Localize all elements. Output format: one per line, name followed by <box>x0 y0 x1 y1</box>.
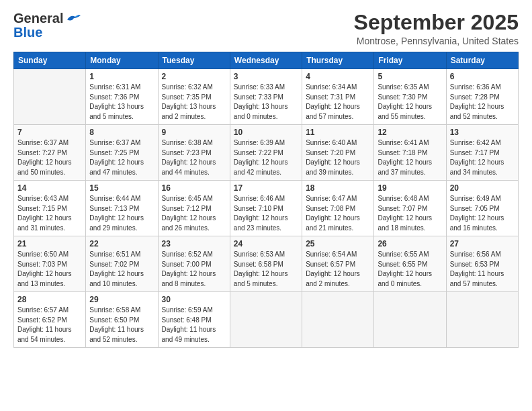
day-number: 25 <box>306 239 370 248</box>
day-info: Sunrise: 6:39 AMSunset: 7:22 PMDaylight:… <box>234 138 298 177</box>
day-number: 22 <box>89 239 154 248</box>
calendar-week-row-1: 1Sunrise: 6:31 AMSunset: 7:36 PMDaylight… <box>14 69 519 125</box>
calendar-cell: 20Sunrise: 6:49 AMSunset: 7:05 PMDayligh… <box>446 181 518 236</box>
day-number: 9 <box>162 128 226 137</box>
day-number: 1 <box>89 72 154 81</box>
col-tuesday: Tuesday <box>158 52 230 69</box>
day-info: Sunrise: 6:34 AMSunset: 7:31 PMDaylight:… <box>306 83 370 122</box>
day-info: Sunrise: 6:32 AMSunset: 7:35 PMDaylight:… <box>162 83 226 122</box>
day-number: 27 <box>450 239 515 248</box>
day-info: Sunrise: 6:46 AMSunset: 7:10 PMDaylight:… <box>234 194 298 233</box>
col-saturday: Saturday <box>446 52 518 69</box>
day-info: Sunrise: 6:42 AMSunset: 7:17 PMDaylight:… <box>450 138 515 177</box>
day-number: 5 <box>378 72 442 81</box>
calendar-week-row-3: 14Sunrise: 6:43 AMSunset: 7:15 PMDayligh… <box>14 181 519 236</box>
day-info: Sunrise: 6:33 AMSunset: 7:33 PMDaylight:… <box>234 83 298 122</box>
calendar-cell: 16Sunrise: 6:45 AMSunset: 7:12 PMDayligh… <box>158 181 230 236</box>
calendar-cell: 6Sunrise: 6:36 AMSunset: 7:28 PMDaylight… <box>446 69 518 125</box>
calendar-cell: 5Sunrise: 6:35 AMSunset: 7:30 PMDaylight… <box>374 69 446 125</box>
day-info: Sunrise: 6:55 AMSunset: 6:55 PMDaylight:… <box>378 250 442 289</box>
day-info: Sunrise: 6:37 AMSunset: 7:25 PMDaylight:… <box>89 138 154 177</box>
day-number: 16 <box>162 183 226 193</box>
calendar-cell: 14Sunrise: 6:43 AMSunset: 7:15 PMDayligh… <box>14 181 86 236</box>
day-number: 20 <box>450 183 515 193</box>
day-info: Sunrise: 6:54 AMSunset: 6:57 PMDaylight:… <box>306 250 370 289</box>
day-info: Sunrise: 6:31 AMSunset: 7:36 PMDaylight:… <box>89 83 154 122</box>
calendar-cell: 12Sunrise: 6:41 AMSunset: 7:18 PMDayligh… <box>374 125 446 181</box>
day-info: Sunrise: 6:38 AMSunset: 7:23 PMDaylight:… <box>162 138 226 177</box>
day-info: Sunrise: 6:48 AMSunset: 7:07 PMDaylight:… <box>378 194 442 233</box>
col-sunday: Sunday <box>14 52 86 69</box>
calendar-cell <box>230 292 302 348</box>
logo-text-general: General <box>13 11 63 26</box>
day-info: Sunrise: 6:40 AMSunset: 7:20 PMDaylight:… <box>306 138 370 177</box>
logo-bird-icon <box>66 13 81 25</box>
day-number: 13 <box>450 128 515 137</box>
col-thursday: Thursday <box>302 52 374 69</box>
calendar-week-row-4: 21Sunrise: 6:50 AMSunset: 7:03 PMDayligh… <box>14 236 519 292</box>
calendar-cell: 3Sunrise: 6:33 AMSunset: 7:33 PMDaylight… <box>230 69 302 125</box>
day-number: 2 <box>162 72 226 81</box>
day-number: 30 <box>162 295 226 304</box>
col-monday: Monday <box>86 52 158 69</box>
day-number: 8 <box>89 128 154 137</box>
day-number: 24 <box>234 239 298 248</box>
calendar-cell: 4Sunrise: 6:34 AMSunset: 7:31 PMDaylight… <box>302 69 374 125</box>
day-info: Sunrise: 6:57 AMSunset: 6:52 PMDaylight:… <box>17 306 82 345</box>
day-number: 14 <box>17 183 82 193</box>
calendar-cell: 27Sunrise: 6:56 AMSunset: 6:53 PMDayligh… <box>446 236 518 292</box>
day-number: 6 <box>450 72 515 81</box>
day-info: Sunrise: 6:59 AMSunset: 6:48 PMDaylight:… <box>162 306 226 345</box>
calendar-cell: 7Sunrise: 6:37 AMSunset: 7:27 PMDaylight… <box>14 125 86 181</box>
calendar-week-row-5: 28Sunrise: 6:57 AMSunset: 6:52 PMDayligh… <box>14 292 519 348</box>
day-number: 15 <box>89 183 154 193</box>
calendar-cell: 21Sunrise: 6:50 AMSunset: 7:03 PMDayligh… <box>14 236 86 292</box>
day-info: Sunrise: 6:52 AMSunset: 7:00 PMDaylight:… <box>162 250 226 289</box>
logo-text-blue: Blue <box>13 25 42 40</box>
day-number: 29 <box>89 295 154 304</box>
calendar-cell: 18Sunrise: 6:47 AMSunset: 7:08 PMDayligh… <box>302 181 374 236</box>
col-friday: Friday <box>374 52 446 69</box>
day-number: 23 <box>162 239 226 248</box>
calendar-cell: 10Sunrise: 6:39 AMSunset: 7:22 PMDayligh… <box>230 125 302 181</box>
day-info: Sunrise: 6:44 AMSunset: 7:13 PMDaylight:… <box>89 194 154 233</box>
header: General Blue September 2025 Montrose, Pe… <box>13 11 519 46</box>
location: Montrose, Pennsylvania, United States <box>354 36 519 46</box>
title-block: September 2025 Montrose, Pennsylvania, U… <box>354 11 519 46</box>
logo: General Blue <box>13 11 81 40</box>
calendar-cell: 19Sunrise: 6:48 AMSunset: 7:07 PMDayligh… <box>374 181 446 236</box>
calendar-cell: 22Sunrise: 6:51 AMSunset: 7:02 PMDayligh… <box>86 236 158 292</box>
day-info: Sunrise: 6:49 AMSunset: 7:05 PMDaylight:… <box>450 194 515 233</box>
calendar-cell: 24Sunrise: 6:53 AMSunset: 6:58 PMDayligh… <box>230 236 302 292</box>
calendar-cell: 29Sunrise: 6:58 AMSunset: 6:50 PMDayligh… <box>86 292 158 348</box>
day-info: Sunrise: 6:37 AMSunset: 7:27 PMDaylight:… <box>17 138 82 177</box>
day-number: 21 <box>17 239 82 248</box>
day-number: 3 <box>234 72 298 81</box>
calendar-week-row-2: 7Sunrise: 6:37 AMSunset: 7:27 PMDaylight… <box>14 125 519 181</box>
calendar-table: Sunday Monday Tuesday Wednesday Thursday… <box>13 52 519 348</box>
calendar-cell: 23Sunrise: 6:52 AMSunset: 7:00 PMDayligh… <box>158 236 230 292</box>
day-info: Sunrise: 6:47 AMSunset: 7:08 PMDaylight:… <box>306 194 370 233</box>
day-info: Sunrise: 6:45 AMSunset: 7:12 PMDaylight:… <box>162 194 226 233</box>
day-number: 28 <box>17 295 82 304</box>
day-info: Sunrise: 6:36 AMSunset: 7:28 PMDaylight:… <box>450 83 515 122</box>
calendar-cell <box>446 292 518 348</box>
calendar-cell: 28Sunrise: 6:57 AMSunset: 6:52 PMDayligh… <box>14 292 86 348</box>
day-info: Sunrise: 6:50 AMSunset: 7:03 PMDaylight:… <box>17 250 82 289</box>
calendar-cell <box>302 292 374 348</box>
calendar-header-row: Sunday Monday Tuesday Wednesday Thursday… <box>14 52 519 69</box>
col-wednesday: Wednesday <box>230 52 302 69</box>
calendar-cell: 9Sunrise: 6:38 AMSunset: 7:23 PMDaylight… <box>158 125 230 181</box>
calendar-cell: 13Sunrise: 6:42 AMSunset: 7:17 PMDayligh… <box>446 125 518 181</box>
day-info: Sunrise: 6:58 AMSunset: 6:50 PMDaylight:… <box>89 306 154 345</box>
calendar-cell: 8Sunrise: 6:37 AMSunset: 7:25 PMDaylight… <box>86 125 158 181</box>
day-number: 17 <box>234 183 298 193</box>
page: General Blue September 2025 Montrose, Pe… <box>0 0 532 411</box>
calendar-cell <box>374 292 446 348</box>
day-number: 18 <box>306 183 370 193</box>
calendar-cell: 17Sunrise: 6:46 AMSunset: 7:10 PMDayligh… <box>230 181 302 236</box>
day-info: Sunrise: 6:35 AMSunset: 7:30 PMDaylight:… <box>378 83 442 122</box>
calendar-cell: 11Sunrise: 6:40 AMSunset: 7:20 PMDayligh… <box>302 125 374 181</box>
calendar-cell: 25Sunrise: 6:54 AMSunset: 6:57 PMDayligh… <box>302 236 374 292</box>
calendar-cell: 2Sunrise: 6:32 AMSunset: 7:35 PMDaylight… <box>158 69 230 125</box>
